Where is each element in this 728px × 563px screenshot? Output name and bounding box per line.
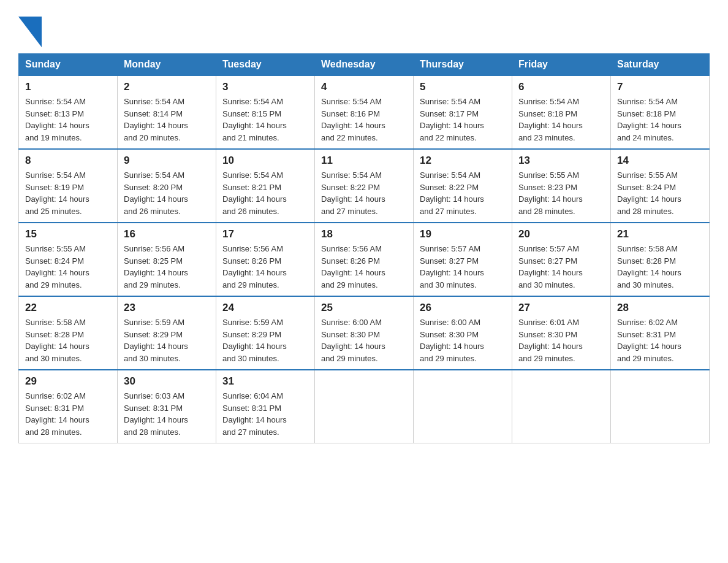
day-info: Sunrise: 5:56 AMSunset: 8:26 PMDaylight:… (321, 243, 407, 291)
day-info: Sunrise: 5:54 AMSunset: 8:22 PMDaylight:… (420, 169, 506, 217)
calendar-week-row: 1Sunrise: 5:54 AMSunset: 8:13 PMDaylight… (19, 75, 710, 149)
day-info: Sunrise: 5:54 AMSunset: 8:19 PMDaylight:… (25, 169, 111, 217)
calendar-cell: 12Sunrise: 5:54 AMSunset: 8:22 PMDayligh… (414, 149, 512, 223)
header-wednesday: Wednesday (315, 54, 414, 76)
day-number: 1 (25, 81, 111, 93)
day-number: 16 (124, 228, 210, 240)
calendar-cell: 22Sunrise: 5:58 AMSunset: 8:28 PMDayligh… (19, 296, 118, 370)
day-number: 10 (222, 155, 308, 167)
day-info: Sunrise: 5:56 AMSunset: 8:25 PMDaylight:… (124, 243, 210, 291)
header-sunday: Sunday (19, 54, 118, 76)
calendar-cell: 27Sunrise: 6:01 AMSunset: 8:30 PMDayligh… (512, 296, 611, 370)
day-number: 8 (25, 155, 111, 167)
calendar-cell: 10Sunrise: 5:54 AMSunset: 8:21 PMDayligh… (216, 149, 315, 223)
day-info: Sunrise: 5:54 AMSunset: 8:18 PMDaylight:… (617, 96, 703, 144)
calendar-cell: 11Sunrise: 5:54 AMSunset: 8:22 PMDayligh… (315, 149, 414, 223)
calendar-cell (611, 370, 710, 443)
calendar-cell: 3Sunrise: 5:54 AMSunset: 8:15 PMDaylight… (216, 75, 315, 149)
header-thursday: Thursday (414, 54, 512, 76)
day-info: Sunrise: 5:54 AMSunset: 8:22 PMDaylight:… (321, 169, 407, 217)
day-number: 25 (321, 302, 407, 314)
calendar-cell: 15Sunrise: 5:55 AMSunset: 8:24 PMDayligh… (19, 223, 118, 296)
logo (18, 12, 44, 47)
day-info: Sunrise: 5:58 AMSunset: 8:28 PMDaylight:… (617, 243, 703, 291)
calendar-cell: 2Sunrise: 5:54 AMSunset: 8:14 PMDaylight… (118, 75, 216, 149)
day-number: 3 (222, 81, 308, 93)
calendar-week-row: 15Sunrise: 5:55 AMSunset: 8:24 PMDayligh… (19, 223, 710, 296)
calendar-cell: 21Sunrise: 5:58 AMSunset: 8:28 PMDayligh… (611, 223, 710, 296)
header-tuesday: Tuesday (216, 54, 315, 76)
day-number: 2 (124, 81, 210, 93)
day-info: Sunrise: 5:54 AMSunset: 8:13 PMDaylight:… (25, 96, 111, 144)
day-number: 22 (25, 302, 111, 314)
calendar-cell: 7Sunrise: 5:54 AMSunset: 8:18 PMDaylight… (611, 75, 710, 149)
calendar-cell: 9Sunrise: 5:54 AMSunset: 8:20 PMDaylight… (118, 149, 216, 223)
calendar-cell: 1Sunrise: 5:54 AMSunset: 8:13 PMDaylight… (19, 75, 118, 149)
day-info: Sunrise: 6:00 AMSunset: 8:30 PMDaylight:… (321, 316, 407, 364)
day-info: Sunrise: 6:02 AMSunset: 8:31 PMDaylight:… (617, 316, 703, 364)
day-number: 29 (25, 375, 111, 388)
day-number: 7 (617, 81, 703, 93)
day-number: 20 (518, 228, 604, 240)
day-number: 17 (222, 228, 308, 240)
day-number: 30 (124, 375, 210, 388)
day-info: Sunrise: 5:55 AMSunset: 8:24 PMDaylight:… (25, 243, 111, 291)
day-number: 28 (617, 302, 703, 314)
calendar-cell: 31Sunrise: 6:04 AMSunset: 8:31 PMDayligh… (216, 370, 315, 443)
calendar-cell: 20Sunrise: 5:57 AMSunset: 8:27 PMDayligh… (512, 223, 611, 296)
calendar-cell: 6Sunrise: 5:54 AMSunset: 8:18 PMDaylight… (512, 75, 611, 149)
day-number: 18 (321, 228, 407, 240)
calendar-cell (315, 370, 414, 443)
day-number: 21 (617, 228, 703, 240)
day-info: Sunrise: 5:55 AMSunset: 8:23 PMDaylight:… (518, 169, 604, 217)
day-number: 19 (420, 228, 506, 240)
calendar-cell: 30Sunrise: 6:03 AMSunset: 8:31 PMDayligh… (118, 370, 216, 443)
day-info: Sunrise: 5:54 AMSunset: 8:21 PMDaylight:… (222, 169, 308, 217)
day-info: Sunrise: 5:59 AMSunset: 8:29 PMDaylight:… (124, 316, 210, 364)
calendar-cell: 23Sunrise: 5:59 AMSunset: 8:29 PMDayligh… (118, 296, 216, 370)
header-saturday: Saturday (611, 54, 710, 76)
calendar-cell: 8Sunrise: 5:54 AMSunset: 8:19 PMDaylight… (19, 149, 118, 223)
day-number: 13 (518, 155, 604, 167)
calendar-cell: 16Sunrise: 5:56 AMSunset: 8:25 PMDayligh… (118, 223, 216, 296)
day-number: 23 (124, 302, 210, 314)
day-number: 5 (420, 81, 506, 93)
page-header (18, 12, 710, 47)
day-info: Sunrise: 6:02 AMSunset: 8:31 PMDaylight:… (25, 390, 111, 438)
day-info: Sunrise: 5:54 AMSunset: 8:18 PMDaylight:… (518, 96, 604, 144)
day-number: 27 (518, 302, 604, 314)
calendar-table: SundayMondayTuesdayWednesdayThursdayFrid… (18, 53, 710, 443)
calendar-cell: 28Sunrise: 6:02 AMSunset: 8:31 PMDayligh… (611, 296, 710, 370)
day-number: 12 (420, 155, 506, 167)
calendar-cell: 17Sunrise: 5:56 AMSunset: 8:26 PMDayligh… (216, 223, 315, 296)
day-info: Sunrise: 6:00 AMSunset: 8:30 PMDaylight:… (420, 316, 506, 364)
day-info: Sunrise: 5:54 AMSunset: 8:14 PMDaylight:… (124, 96, 210, 144)
calendar-cell: 4Sunrise: 5:54 AMSunset: 8:16 PMDaylight… (315, 75, 414, 149)
header-friday: Friday (512, 54, 611, 76)
calendar-week-row: 29Sunrise: 6:02 AMSunset: 8:31 PMDayligh… (19, 370, 710, 443)
day-info: Sunrise: 5:54 AMSunset: 8:20 PMDaylight:… (124, 169, 210, 217)
calendar-header-row: SundayMondayTuesdayWednesdayThursdayFrid… (19, 54, 710, 76)
day-info: Sunrise: 5:54 AMSunset: 8:16 PMDaylight:… (321, 96, 407, 144)
day-info: Sunrise: 5:59 AMSunset: 8:29 PMDaylight:… (222, 316, 308, 364)
calendar-cell (414, 370, 512, 443)
day-info: Sunrise: 6:03 AMSunset: 8:31 PMDaylight:… (124, 390, 210, 438)
day-number: 11 (321, 155, 407, 167)
day-info: Sunrise: 5:57 AMSunset: 8:27 PMDaylight:… (518, 243, 604, 291)
day-number: 4 (321, 81, 407, 93)
day-info: Sunrise: 5:55 AMSunset: 8:24 PMDaylight:… (617, 169, 703, 217)
day-number: 26 (420, 302, 506, 314)
header-monday: Monday (118, 54, 216, 76)
day-number: 6 (518, 81, 604, 93)
calendar-cell (512, 370, 611, 443)
day-info: Sunrise: 5:56 AMSunset: 8:26 PMDaylight:… (222, 243, 308, 291)
svg-marker-0 (18, 17, 42, 47)
calendar-cell: 18Sunrise: 5:56 AMSunset: 8:26 PMDayligh… (315, 223, 414, 296)
day-info: Sunrise: 5:54 AMSunset: 8:17 PMDaylight:… (420, 96, 506, 144)
day-info: Sunrise: 5:57 AMSunset: 8:27 PMDaylight:… (420, 243, 506, 291)
day-info: Sunrise: 6:01 AMSunset: 8:30 PMDaylight:… (518, 316, 604, 364)
calendar-week-row: 8Sunrise: 5:54 AMSunset: 8:19 PMDaylight… (19, 149, 710, 223)
day-info: Sunrise: 6:04 AMSunset: 8:31 PMDaylight:… (222, 390, 308, 438)
calendar-cell: 13Sunrise: 5:55 AMSunset: 8:23 PMDayligh… (512, 149, 611, 223)
day-info: Sunrise: 5:54 AMSunset: 8:15 PMDaylight:… (222, 96, 308, 144)
